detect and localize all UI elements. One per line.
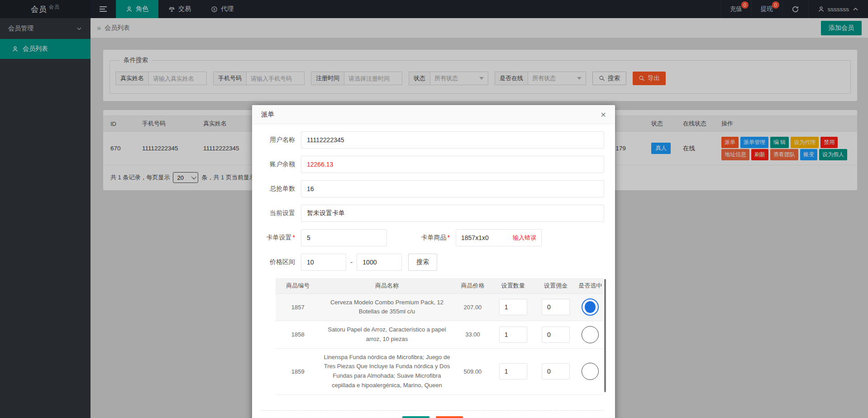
close-icon[interactable]: ×	[601, 110, 606, 119]
cell-name: Satoru Papel de Arroz, Característico a …	[320, 321, 453, 349]
field-label: 卡单设置*	[261, 234, 301, 242]
card-goods-value: 1857x1x0	[461, 234, 489, 241]
field-label: 用户名称	[261, 136, 301, 144]
cell-name: Cerveza Modelo Combo Premium Pack, 12 Bo…	[320, 293, 453, 321]
col-header-qty: 设置数量	[492, 278, 534, 293]
commission-input[interactable]	[542, 327, 570, 343]
field-label: 总抢单数	[261, 185, 301, 193]
input-error-text: 输入错误	[513, 234, 536, 242]
modal-field-balance: 账户余额	[261, 156, 604, 173]
select-radio-off[interactable]	[582, 326, 599, 343]
price-min-input[interactable]	[301, 254, 346, 271]
range-dash: -	[350, 258, 353, 266]
cell-code: 1857	[276, 293, 320, 321]
col-header-name: 商品名称	[320, 278, 453, 293]
username-input[interactable]	[301, 131, 604, 149]
modal-search-button[interactable]: 搜索	[408, 254, 437, 271]
cell-price: 509.00	[453, 348, 491, 394]
goods-row: 1857 Cerveza Modelo Combo Premium Pack, …	[276, 293, 603, 321]
col-header-commission: 设置佣金	[534, 278, 577, 293]
commission-input[interactable]	[542, 299, 570, 315]
modal-title: 派单	[261, 110, 274, 119]
modal-field-total-orders: 总抢单数	[261, 180, 604, 197]
cell-price: 207.00	[453, 293, 491, 321]
cell-price: 33.00	[453, 321, 491, 349]
col-header-price: 商品价格	[453, 278, 491, 293]
goods-table-header: 商品编号 商品名称 商品价格 设置数量 设置佣金 是否选中	[276, 278, 603, 293]
required-star: *	[448, 234, 450, 241]
col-header-selected: 是否选中	[577, 278, 603, 293]
balance-input[interactable]	[301, 156, 604, 173]
submit-button[interactable]: 提交	[402, 416, 429, 418]
required-star: *	[293, 234, 295, 241]
modal-field-username: 用户名称	[261, 131, 604, 149]
qty-input[interactable]	[499, 299, 527, 315]
modal-field-price-range: 价格区间 - 搜索	[261, 254, 604, 271]
modal-field-card-setting: 卡单设置* 卡单商品* 1857x1x0 输入错误	[261, 229, 604, 246]
select-radio-off[interactable]	[582, 363, 599, 380]
cell-name: Linenspa Funda nórdica de Microfibra; Ju…	[320, 348, 453, 394]
modal-field-current-setting: 当前设置	[261, 205, 604, 222]
field-label: 当前设置	[261, 209, 301, 217]
goods-row: 1858 Satoru Papel de Arroz, Característi…	[276, 321, 603, 349]
field-label: 账户余额	[261, 160, 301, 168]
qty-input[interactable]	[499, 363, 527, 380]
qty-input[interactable]	[499, 327, 527, 343]
goods-row: 1859 Linenspa Funda nórdica de Microfibr…	[276, 348, 603, 394]
current-setting-input[interactable]	[301, 205, 604, 222]
card-setting-input[interactable]	[301, 229, 387, 246]
scrollbar-thumb[interactable]	[604, 279, 606, 392]
field-label: 卡单商品*	[409, 234, 456, 242]
select-radio-on[interactable]	[582, 298, 599, 316]
modal-footer: 提交 重置	[261, 410, 604, 418]
goods-table: 商品编号 商品名称 商品价格 设置数量 设置佣金 是否选中 1857 Cerve…	[276, 278, 603, 395]
cell-code: 1859	[276, 348, 320, 394]
col-header-code: 商品编号	[276, 278, 320, 293]
reset-button[interactable]: 重置	[436, 416, 463, 418]
modal-header: 派单 ×	[252, 105, 615, 124]
cell-code: 1858	[276, 321, 320, 349]
card-goods-input[interactable]: 1857x1x0 输入错误	[456, 229, 542, 246]
goods-table-wrap: 商品编号 商品名称 商品价格 设置数量 设置佣金 是否选中 1857 Cerve…	[276, 278, 603, 395]
total-orders-input[interactable]	[301, 180, 604, 197]
field-label: 价格区间	[261, 258, 301, 266]
price-max-input[interactable]	[357, 254, 402, 271]
commission-input[interactable]	[542, 363, 570, 380]
dispatch-modal: 派单 × 用户名称 账户余额 总抢单数 当前设置 卡单设置* 卡单商品* 185…	[252, 105, 615, 418]
